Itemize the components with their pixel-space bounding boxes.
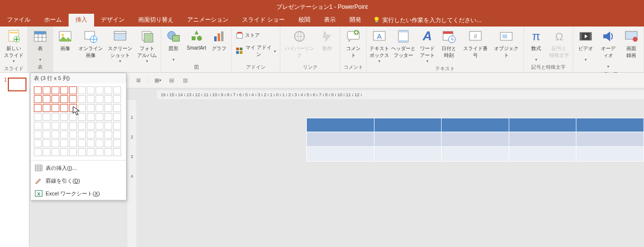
- grid-cell[interactable]: [43, 95, 50, 103]
- grid-cell[interactable]: [69, 139, 77, 147]
- grid-cell[interactable]: [34, 113, 42, 121]
- grid-cell[interactable]: [34, 139, 42, 147]
- tab-developer[interactable]: 開発: [343, 14, 368, 27]
- grid-cell[interactable]: [69, 122, 77, 130]
- grid-cell[interactable]: [113, 122, 121, 130]
- grid-cell[interactable]: [113, 95, 121, 103]
- qat-button[interactable]: ▤: [167, 76, 176, 85]
- screenshot-button[interactable]: スクリーン ショット▾: [106, 27, 134, 64]
- object-button[interactable]: オブジェクト: [492, 27, 521, 60]
- grid-cell[interactable]: [87, 139, 95, 147]
- grid-cell[interactable]: [113, 104, 121, 112]
- grid-cell[interactable]: [87, 148, 95, 156]
- grid-cell[interactable]: [113, 113, 121, 121]
- table-button[interactable]: 表▾: [30, 27, 50, 63]
- grid-cell[interactable]: [51, 139, 59, 147]
- grid-cell[interactable]: [60, 113, 68, 121]
- draw-table-menuitem[interactable]: 罫線を引く(D): [31, 174, 126, 187]
- grid-cell[interactable]: [43, 113, 50, 121]
- qat-button[interactable]: ⊠: [134, 76, 144, 85]
- grid-cell[interactable]: [43, 86, 50, 94]
- grid-cell[interactable]: [34, 131, 42, 138]
- grid-cell[interactable]: [96, 131, 103, 138]
- grid-cell[interactable]: [104, 104, 112, 112]
- grid-cell[interactable]: [78, 95, 86, 103]
- smartart-button[interactable]: SmartArt: [185, 27, 208, 52]
- grid-cell[interactable]: [34, 104, 42, 112]
- grid-cell[interactable]: [60, 104, 68, 112]
- grid-cell[interactable]: [69, 86, 77, 94]
- grid-cell[interactable]: [104, 86, 112, 94]
- grid-cell[interactable]: [104, 148, 112, 156]
- grid-cell[interactable]: [51, 104, 59, 112]
- comment-button[interactable]: コメント: [342, 27, 364, 60]
- grid-cell[interactable]: [51, 86, 59, 94]
- grid-cell[interactable]: [34, 95, 42, 103]
- tab-transition[interactable]: 画面切り替え: [131, 14, 180, 27]
- photo-album-button[interactable]: フォト アルバム▾: [135, 27, 159, 64]
- grid-cell[interactable]: [78, 104, 86, 112]
- qat-button[interactable]: ▥: [180, 76, 190, 85]
- grid-cell[interactable]: [69, 104, 77, 112]
- grid-cell[interactable]: [78, 86, 86, 94]
- my-addins-button[interactable]: マイ アドイン ▾: [234, 43, 278, 59]
- tell-me-search[interactable]: 💡 実行したい作業を入力してください...: [368, 14, 481, 27]
- wordart-button[interactable]: A ワード アート▾: [417, 27, 438, 64]
- grid-cell[interactable]: [60, 139, 68, 147]
- grid-cell[interactable]: [87, 113, 95, 121]
- grid-cell[interactable]: [87, 131, 95, 138]
- grid-cell[interactable]: [60, 95, 68, 103]
- slide-number-button[interactable]: # スライド番号: [460, 27, 490, 60]
- grid-cell[interactable]: [87, 86, 95, 94]
- online-pictures-button[interactable]: オンライン 画像: [76, 27, 105, 60]
- tab-review[interactable]: 校閲: [292, 14, 317, 27]
- grid-cell[interactable]: [104, 139, 112, 147]
- grid-cell[interactable]: [69, 95, 77, 103]
- qat-button[interactable]: ▦ ▾: [153, 76, 163, 85]
- tab-home[interactable]: ホーム: [37, 14, 69, 27]
- grid-cell[interactable]: [87, 122, 95, 130]
- grid-cell[interactable]: [60, 122, 68, 130]
- grid-cell[interactable]: [87, 95, 95, 103]
- grid-cell[interactable]: [96, 86, 103, 94]
- grid-cell[interactable]: [104, 131, 112, 138]
- equation-button[interactable]: π 数式▾: [526, 27, 546, 63]
- grid-cell[interactable]: [43, 139, 50, 147]
- grid-cell[interactable]: [51, 148, 59, 156]
- tab-file[interactable]: ファイル: [0, 14, 37, 27]
- grid-cell[interactable]: [60, 148, 68, 156]
- grid-cell[interactable]: [96, 148, 103, 156]
- tab-slideshow[interactable]: スライド ショー: [235, 14, 292, 27]
- grid-cell[interactable]: [51, 131, 59, 138]
- grid-cell[interactable]: [43, 131, 50, 138]
- grid-cell[interactable]: [51, 122, 59, 130]
- tab-insert[interactable]: 挿入: [69, 14, 94, 27]
- shapes-button[interactable]: 図形▾: [163, 27, 184, 63]
- header-footer-button[interactable]: ヘッダーと フッター: [391, 27, 416, 60]
- grid-cell[interactable]: [34, 122, 42, 130]
- grid-cell[interactable]: [60, 131, 68, 138]
- video-button[interactable]: ビデオ▾: [575, 27, 596, 63]
- textbox-button[interactable]: A テキスト ボックス▾: [369, 27, 390, 64]
- grid-cell[interactable]: [104, 122, 112, 130]
- grid-cell[interactable]: [78, 148, 86, 156]
- grid-cell[interactable]: [78, 131, 86, 138]
- grid-cell[interactable]: [96, 113, 103, 121]
- grid-cell[interactable]: [51, 95, 59, 103]
- action-button[interactable]: 動作: [317, 27, 338, 53]
- grid-cell[interactable]: [113, 131, 121, 138]
- excel-spreadsheet-menuitem[interactable]: X Excel ワークシート(X): [31, 187, 126, 200]
- insert-table-menuitem[interactable]: 表の挿入(I)...: [31, 162, 126, 174]
- tab-animation[interactable]: アニメーション: [180, 14, 235, 27]
- pictures-button[interactable]: 画像: [55, 27, 75, 53]
- grid-cell[interactable]: [96, 122, 103, 130]
- grid-cell[interactable]: [78, 139, 86, 147]
- slide-thumbnail-panel[interactable]: 1: [0, 73, 29, 247]
- grid-cell[interactable]: [69, 148, 77, 156]
- grid-cell[interactable]: [34, 148, 42, 156]
- grid-cell[interactable]: [87, 104, 95, 112]
- inserted-table-preview[interactable]: [306, 118, 644, 162]
- grid-cell[interactable]: [104, 95, 112, 103]
- grid-cell[interactable]: [113, 139, 121, 147]
- store-button[interactable]: ストア: [234, 30, 262, 40]
